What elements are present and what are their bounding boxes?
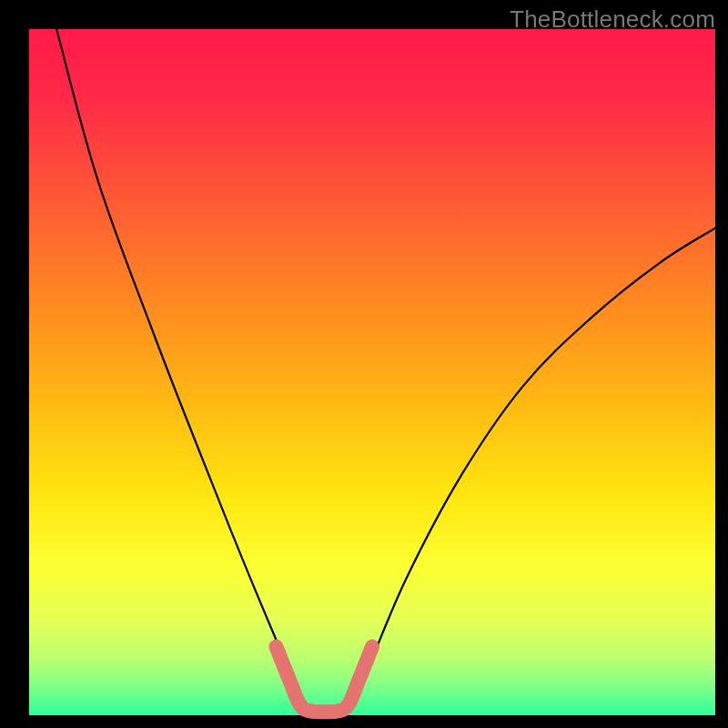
bottleneck-chart xyxy=(0,0,728,728)
plot-background xyxy=(29,29,715,715)
chart-stage: TheBottleneck.com xyxy=(0,0,728,728)
